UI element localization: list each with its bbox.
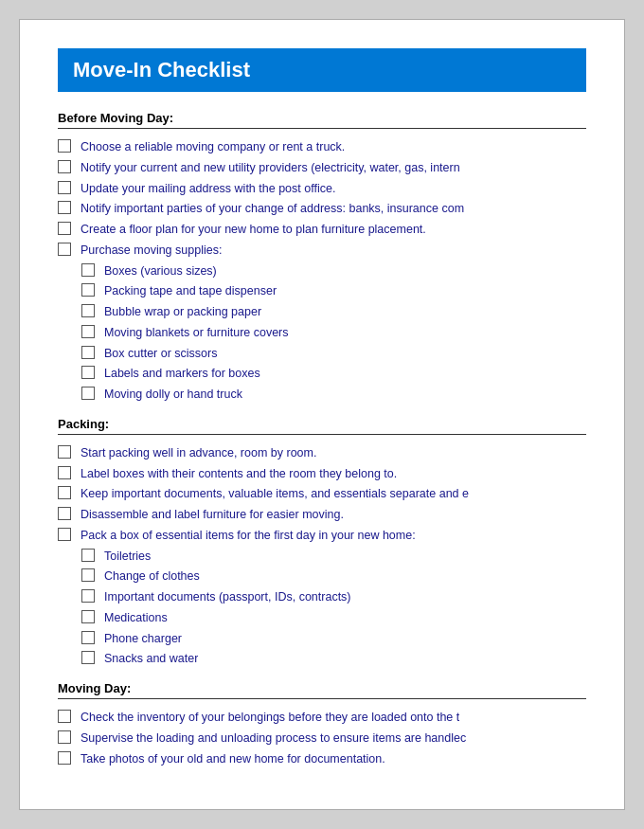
checkbox-icon[interactable] <box>81 568 95 582</box>
checkbox-icon[interactable] <box>81 304 95 317</box>
list-item: Keep important documents, valuable items… <box>58 485 586 503</box>
list-item: Boxes (various sizes) <box>58 262 586 280</box>
checkbox-icon[interactable] <box>81 366 95 379</box>
item-text: Supervise the loading and unloading proc… <box>80 730 466 748</box>
checkbox-icon[interactable] <box>81 346 95 359</box>
checkbox-icon[interactable] <box>58 486 71 499</box>
page-title: Move-In Checklist <box>73 58 571 82</box>
list-item: Phone charger <box>58 630 586 648</box>
checkbox-icon[interactable] <box>81 631 95 644</box>
list-item: Notify important parties of your change … <box>58 200 586 218</box>
item-text: Bubble wrap or packing paper <box>104 303 261 321</box>
checkbox-icon[interactable] <box>58 160 71 173</box>
section-packing: Packing:Start packing well in advance, r… <box>58 417 586 668</box>
item-text: Notify your current and new utility prov… <box>80 159 460 177</box>
section-header-before-moving-day: Before Moving Day: <box>58 111 586 129</box>
checkbox-icon[interactable] <box>58 730 71 744</box>
checkbox-icon[interactable] <box>81 283 95 297</box>
page-container: Move-In Checklist Before Moving Day:Choo… <box>19 19 625 810</box>
checkbox-icon[interactable] <box>81 589 95 603</box>
section-header-packing: Packing: <box>58 417 586 435</box>
list-item: Choose a reliable moving company or rent… <box>58 138 586 156</box>
list-item: Toiletries <box>58 548 586 566</box>
list-item: Moving blankets or furniture covers <box>58 324 586 342</box>
list-item: Take photos of your old and new home for… <box>58 750 586 768</box>
list-item: Packing tape and tape dispenser <box>58 282 586 300</box>
list-item: Purchase moving supplies: <box>58 242 586 260</box>
checkbox-icon[interactable] <box>58 139 71 153</box>
list-item: Change of clothes <box>58 568 586 586</box>
list-item: Bubble wrap or packing paper <box>58 303 586 321</box>
list-item: Moving dolly or hand truck <box>58 386 586 404</box>
item-text: Medications <box>104 609 168 627</box>
item-text: Label boxes with their contents and the … <box>80 465 397 483</box>
list-item: Labels and markers for boxes <box>58 365 586 383</box>
title-bar: Move-In Checklist <box>58 48 586 92</box>
item-text: Moving blankets or furniture covers <box>104 324 289 342</box>
checkbox-icon[interactable] <box>58 445 71 459</box>
item-text: Labels and markers for boxes <box>104 365 260 383</box>
item-text: Choose a reliable moving company or rent… <box>80 138 345 156</box>
list-item: Start packing well in advance, room by r… <box>58 444 586 462</box>
checkbox-icon[interactable] <box>81 610 95 623</box>
item-text: Toiletries <box>104 548 151 566</box>
list-item: Check the inventory of your belongings b… <box>58 709 586 727</box>
item-text: Pack a box of essential items for the fi… <box>80 527 416 545</box>
checkbox-icon[interactable] <box>58 201 71 214</box>
checkbox-icon[interactable] <box>81 263 95 277</box>
item-text: Snacks and water <box>104 650 198 668</box>
list-item: Notify your current and new utility prov… <box>58 159 586 177</box>
list-item: Box cutter or scissors <box>58 345 586 363</box>
item-text: Moving dolly or hand truck <box>104 386 242 404</box>
list-item: Important documents (passport, IDs, cont… <box>58 588 586 606</box>
checkbox-icon[interactable] <box>58 466 71 479</box>
sections-container: Before Moving Day:Choose a reliable movi… <box>58 111 586 767</box>
item-text: Update your mailing address with the pos… <box>80 180 335 198</box>
item-text: Box cutter or scissors <box>104 345 217 363</box>
item-text: Purchase moving supplies: <box>80 242 222 260</box>
checkbox-icon[interactable] <box>81 387 95 400</box>
list-item: Update your mailing address with the pos… <box>58 180 586 198</box>
section-header-moving-day: Moving Day: <box>58 681 586 699</box>
item-text: Change of clothes <box>104 568 200 586</box>
checkbox-icon[interactable] <box>81 549 95 562</box>
item-text: Take photos of your old and new home for… <box>80 750 385 768</box>
checkbox-icon[interactable] <box>58 507 71 520</box>
checkbox-icon[interactable] <box>58 243 71 256</box>
list-item: Snacks and water <box>58 650 586 668</box>
checkbox-icon[interactable] <box>58 710 71 723</box>
item-text: Create a floor plan for your new home to… <box>80 221 426 239</box>
checkbox-icon[interactable] <box>81 651 95 664</box>
item-text: Keep important documents, valuable items… <box>80 485 469 503</box>
item-text: Packing tape and tape dispenser <box>104 282 277 300</box>
list-item: Pack a box of essential items for the fi… <box>58 527 586 545</box>
checkbox-icon[interactable] <box>58 528 71 541</box>
checkbox-icon[interactable] <box>58 751 71 765</box>
list-item: Label boxes with their contents and the … <box>58 465 586 483</box>
item-text: Phone charger <box>104 630 182 648</box>
item-text: Check the inventory of your belongings b… <box>80 709 459 727</box>
list-item: Disassemble and label furniture for easi… <box>58 506 586 524</box>
list-item: Medications <box>58 609 586 627</box>
item-text: Start packing well in advance, room by r… <box>80 444 316 462</box>
section-moving-day: Moving Day:Check the inventory of your b… <box>58 681 586 767</box>
checkbox-icon[interactable] <box>58 222 71 235</box>
item-text: Disassemble and label furniture for easi… <box>80 506 344 524</box>
item-text: Important documents (passport, IDs, cont… <box>104 588 351 606</box>
list-item: Supervise the loading and unloading proc… <box>58 730 586 748</box>
item-text: Boxes (various sizes) <box>104 262 217 280</box>
checkbox-icon[interactable] <box>81 325 95 338</box>
list-item: Create a floor plan for your new home to… <box>58 221 586 239</box>
checkbox-icon[interactable] <box>58 181 71 194</box>
section-before-moving-day: Before Moving Day:Choose a reliable movi… <box>58 111 586 404</box>
item-text: Notify important parties of your change … <box>80 200 464 218</box>
